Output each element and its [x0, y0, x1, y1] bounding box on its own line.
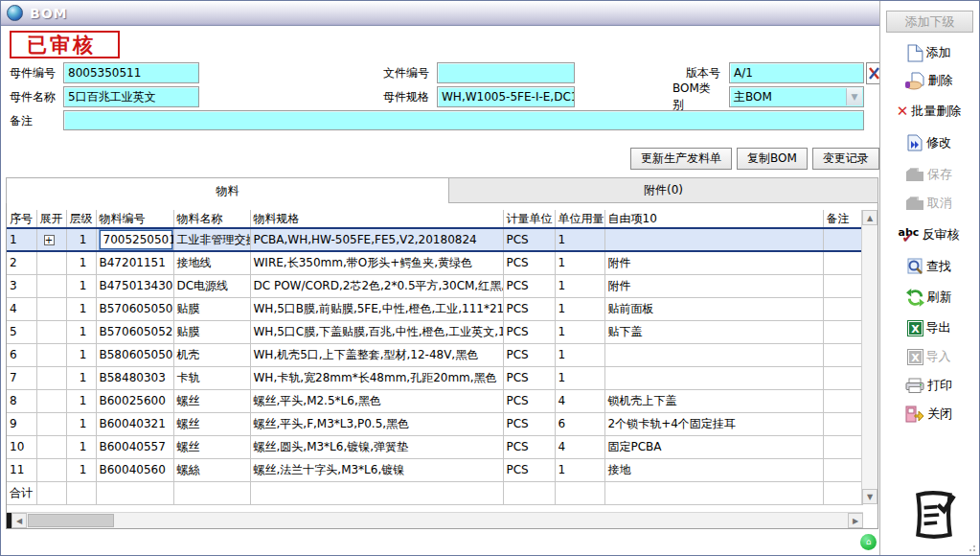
cell-expand[interactable]	[36, 412, 66, 435]
cell-unit[interactable]: PCS	[503, 366, 555, 389]
cell-name[interactable]: 螺丝	[173, 412, 250, 435]
copy-bom-button[interactable]: 复制BOM	[737, 148, 808, 170]
cell-qty[interactable]: 4	[555, 389, 604, 412]
print-button[interactable]: 打印	[882, 374, 975, 397]
cell-free10[interactable]: 固定PCBA	[604, 435, 823, 458]
scroll-up-icon[interactable]: ▲	[862, 210, 877, 225]
cell-seq[interactable]: 7	[7, 366, 36, 389]
doc-code-field[interactable]	[437, 62, 575, 83]
cell-code[interactable]: B47201151	[96, 251, 173, 274]
cell-expand[interactable]	[36, 251, 66, 274]
parent-name-field[interactable]: 5口百兆工业英文	[63, 86, 199, 107]
cell-name[interactable]: 卡轨	[173, 366, 250, 389]
version-field[interactable]: A/1	[729, 62, 864, 83]
cell-expand[interactable]	[36, 274, 66, 297]
cell-seq[interactable]: 9	[7, 412, 36, 435]
cell-spec[interactable]: 螺丝,法兰十字头,M3*L6,镀镍	[250, 458, 503, 481]
cell-code[interactable]: B60040321	[96, 412, 173, 435]
cell-qty[interactable]: 1	[555, 343, 604, 366]
table-row[interactable]: 81B60025600螺丝螺丝,平头,M2.5*L6,黑色PCS4锁机壳上下盖	[7, 389, 862, 412]
find-button[interactable]: 查找	[882, 255, 975, 278]
cell-code[interactable]: B5706050501	[96, 297, 173, 320]
cell-seq[interactable]: 8	[7, 389, 36, 412]
col-name[interactable]: 物料名称	[173, 210, 250, 228]
cell-spec[interactable]: 螺丝,圆头,M3*L6,镀镍,弹簧垫	[250, 435, 503, 458]
cell-note[interactable]	[823, 389, 862, 412]
cell-code[interactable]: B5806050501	[96, 343, 173, 366]
cell-level[interactable]: 1	[66, 274, 96, 297]
cell-level[interactable]: 1	[66, 366, 96, 389]
cell-seq[interactable]: 2	[7, 251, 36, 274]
cell-free10[interactable]: 附件	[604, 251, 823, 274]
cell-unit[interactable]: PCS	[503, 343, 555, 366]
cell-spec[interactable]: WIRE,长350mm,带O形头+鳄鱼夹,黄绿色	[250, 251, 503, 274]
title-bar[interactable]: BOM	[1, 1, 979, 26]
cell-seq[interactable]: 11	[7, 458, 36, 481]
table-row[interactable]: 51B5706050521贴膜WH,5口C膜,下盖贴膜,百兆,中性,橙色,工业英…	[7, 320, 862, 343]
scroll-right-icon[interactable]: ▶	[848, 513, 863, 528]
table-row[interactable]: 1+17005250501工业非管理交换PCBA,WH,HW-505FE,FE5…	[7, 228, 862, 251]
cell-seq[interactable]: 10	[7, 435, 36, 458]
cell-level[interactable]: 1	[66, 343, 96, 366]
cell-note[interactable]	[823, 251, 862, 274]
cell-code[interactable]: B60040560	[96, 458, 173, 481]
cell-code[interactable]: B60040557	[96, 435, 173, 458]
cell-qty[interactable]: 4	[555, 435, 604, 458]
col-level[interactable]: 层级	[66, 210, 96, 228]
cell-name[interactable]: 机壳	[173, 343, 250, 366]
cell-note[interactable]	[823, 343, 862, 366]
col-seq[interactable]: 序号	[7, 210, 36, 228]
table-row[interactable]: 71B58480303卡轨WH,卡轨,宽28mm*长48mm,孔距20mm,黑色…	[7, 366, 862, 389]
cell-spec[interactable]: WH,机壳5口,上下盖整套,型材,12-48V,黑色	[250, 343, 503, 366]
cell-qty[interactable]: 1	[555, 228, 604, 251]
cell-name[interactable]: 螺絲	[173, 458, 250, 481]
col-free10[interactable]: 自由项10	[604, 210, 823, 228]
cell-note[interactable]	[823, 412, 862, 435]
code-edit-input[interactable]: 7005250501	[100, 230, 172, 249]
cell-seq[interactable]: 5	[7, 320, 36, 343]
cell-expand[interactable]	[36, 320, 66, 343]
cell-seq[interactable]: 6	[7, 343, 36, 366]
cell-note[interactable]	[823, 320, 862, 343]
table-row[interactable]: 61B5806050501机壳WH,机壳5口,上下盖整套,型材,12-48V,黑…	[7, 343, 862, 366]
table-row[interactable]: 91B60040321螺丝螺丝,平头,F,M3*L3,P0.5,黑色PCS62个…	[7, 412, 862, 435]
remark-field[interactable]	[63, 110, 864, 130]
cell-free10[interactable]	[604, 366, 823, 389]
cell-qty[interactable]: 6	[555, 412, 604, 435]
cell-spec[interactable]: WH,5口B膜,前贴膜,5FE,中性,橙色,工业,111*21m	[250, 297, 503, 320]
save-button[interactable]: 保存	[882, 163, 975, 186]
cell-note[interactable]	[823, 366, 862, 389]
chevron-down-icon[interactable]: ▼	[846, 88, 862, 105]
cell-seq[interactable]: 4	[7, 297, 36, 320]
cell-free10[interactable]: 锁机壳上下盖	[604, 389, 823, 412]
cell-level[interactable]: 1	[66, 320, 96, 343]
delete-button[interactable]: 删除	[882, 69, 975, 92]
cell-code[interactable]: 7005250501	[96, 228, 173, 251]
cell-qty[interactable]: 1	[555, 320, 604, 343]
cell-spec[interactable]: 螺丝,平头,F,M3*L3,P0.5,黑色	[250, 412, 503, 435]
cell-name[interactable]: 贴膜	[173, 297, 250, 320]
cell-expand[interactable]	[36, 435, 66, 458]
batch-delete-button[interactable]: ✕ 批量删除	[882, 100, 975, 123]
cell-spec[interactable]: WH,5口C膜,下盖贴膜,百兆,中性,橙色,工业英文,10	[250, 320, 503, 343]
col-unit[interactable]: 计量单位	[503, 210, 555, 228]
unapprove-button[interactable]: abc✔ 反审核	[882, 223, 975, 246]
cell-qty[interactable]: 1	[555, 297, 604, 320]
cell-code[interactable]: B475013430	[96, 274, 173, 297]
tab-attachments[interactable]: 附件(0)	[449, 177, 878, 203]
cell-name[interactable]: 螺丝	[173, 435, 250, 458]
cell-unit[interactable]: PCS	[503, 458, 555, 481]
cell-qty[interactable]: 1	[555, 366, 604, 389]
cell-note[interactable]	[823, 274, 862, 297]
cell-name[interactable]: 贴膜	[173, 320, 250, 343]
cell-free10[interactable]: 附件	[604, 274, 823, 297]
cell-level[interactable]: 1	[66, 458, 96, 481]
resize-grip[interactable]	[966, 542, 975, 551]
cell-spec[interactable]: PCBA,WH,HW-505FE,FE5,V2,20180824	[250, 228, 503, 251]
cell-free10[interactable]	[604, 228, 823, 251]
cell-note[interactable]	[823, 458, 862, 481]
cell-name[interactable]: 螺丝	[173, 389, 250, 412]
cell-code[interactable]: B5706050521	[96, 320, 173, 343]
cell-expand[interactable]: +	[36, 228, 66, 251]
add-child-button[interactable]: 添加下级	[886, 11, 973, 33]
